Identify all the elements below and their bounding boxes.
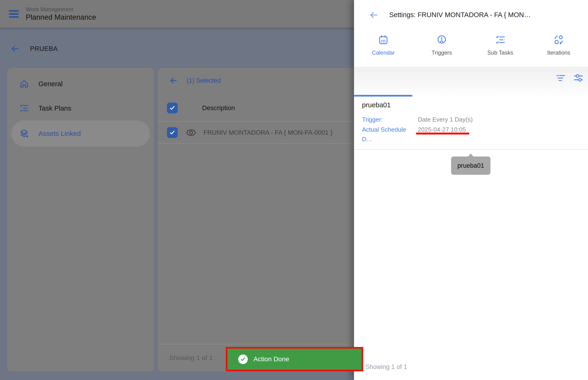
action-done-toast: Action Done [226, 347, 363, 371]
app-page-title: Planned Maintenance [26, 13, 96, 21]
event-tooltip: prueba01 [451, 156, 490, 175]
asset-list-count: Showing 1 of 1 [169, 354, 213, 362]
checklist-icon [19, 103, 29, 113]
sidebar-item-label: Task Plans [39, 104, 71, 112]
asset-selection-card: (1) Selected Description FRUNIV MONTADOR… [158, 68, 354, 371]
schedule-date-label: Actual Schedule D… [362, 125, 418, 144]
app-section-label: Work Management [26, 6, 96, 13]
tab-iterations[interactable]: Iterations [530, 30, 588, 67]
tab-label: Triggers [432, 49, 452, 56]
schedule-date-value: 2025-04-27 10:05 [418, 125, 473, 144]
annotation-underline [416, 133, 469, 134]
asset-description: FRUNIV MONTADORA - FA { MON-FA-0001 } [203, 129, 332, 136]
iterations-cycle-icon [553, 35, 564, 45]
calendar-divider [354, 149, 588, 150]
column-header-description: Description [202, 104, 235, 112]
nav-card: General Task Plans Assets Linked [7, 68, 154, 371]
sidebar-item-task-plans[interactable]: Task Plans [7, 96, 154, 120]
check-circle-icon [238, 355, 248, 364]
calendar-event-details: Trigger: Date Every 1 Day(s) Actual Sche… [362, 115, 473, 144]
trigger-label: Trigger: [362, 115, 418, 124]
layers-plus-icon [19, 129, 29, 138]
back-arrow-icon[interactable] [10, 44, 20, 53]
hamburger-menu-icon[interactable] [9, 10, 19, 18]
sidebar-item-general[interactable]: General [7, 72, 154, 96]
tab-triggers[interactable]: Triggers [413, 30, 471, 67]
trigger-value: Date Every 1 Day(s) [418, 115, 473, 124]
view-eye-icon[interactable] [186, 127, 197, 138]
sidebar-item-label: Assets Linked [39, 130, 81, 137]
calendar-event-count: Showing 1 of 1 [365, 363, 407, 371]
sort-icon[interactable] [555, 73, 566, 83]
breadcrumb-title: PRUEBA [30, 45, 58, 53]
breadcrumb: PRUEBA [10, 39, 58, 58]
row-checkbox[interactable] [167, 127, 178, 138]
tab-sub-tasks[interactable]: Sub Tasks [471, 30, 530, 67]
select-all-checkbox[interactable] [167, 103, 178, 114]
selected-count-label: (1) Selected [187, 77, 221, 84]
app-header: Work Management Planned Maintenance [0, 0, 354, 28]
tab-label: Sub Tasks [487, 49, 513, 56]
settings-panel: Settings: FRUNIV MONTADORA - FA { MON… C… [354, 0, 588, 380]
settings-tabbar: Calendar Triggers Sub Tasks Iterations [354, 30, 588, 67]
settings-title: Settings: FRUNIV MONTADORA - FA { MON… [389, 11, 531, 19]
tab-label: Calendar [372, 49, 395, 56]
calendar-event-name[interactable]: prueba01 [362, 101, 391, 109]
selection-back-arrow-icon[interactable] [169, 76, 178, 85]
toast-message: Action Done [253, 355, 289, 363]
sidebar-item-assets-linked[interactable]: Assets Linked [11, 120, 150, 147]
home-icon [19, 79, 29, 89]
subtasks-checklist-icon [495, 35, 506, 45]
sidebar-item-label: General [39, 80, 62, 88]
tabbar-shadow [354, 67, 588, 98]
tune-filter-icon[interactable] [573, 73, 584, 83]
tab-calendar[interactable]: Calendar [354, 30, 413, 67]
settings-back-arrow-icon[interactable] [369, 10, 378, 20]
trigger-icon [436, 35, 447, 45]
asset-row[interactable]: FRUNIV MONTADORA - FA { MON-FA-0001 } [167, 122, 354, 143]
calendar-icon [378, 35, 389, 45]
tab-label: Iterations [547, 49, 570, 56]
